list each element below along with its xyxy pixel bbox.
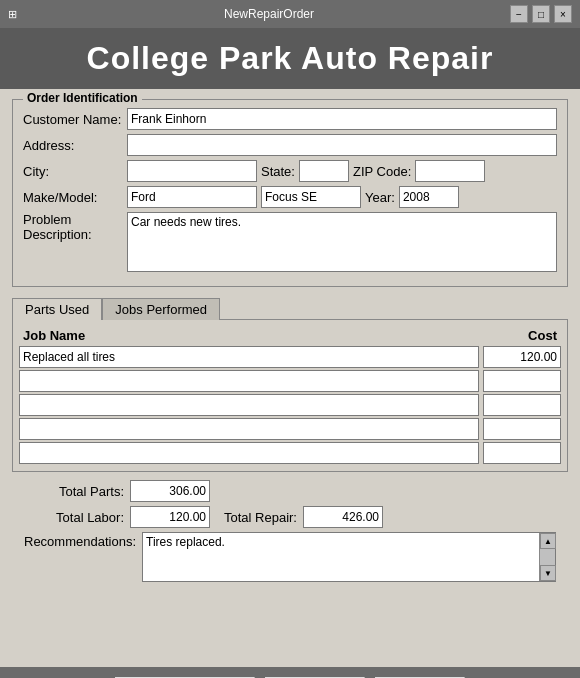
recommendations-input[interactable]: Tires replaced. [143, 533, 539, 581]
recommendations-wrapper: Tires replaced. ▲ ▼ [142, 532, 556, 582]
table-row [19, 369, 561, 393]
table-row [19, 345, 561, 369]
close-button[interactable]: × [554, 5, 572, 23]
zip-label: ZIP Code: [353, 164, 411, 179]
address-input[interactable] [127, 134, 557, 156]
window-icon: ⊞ [8, 8, 28, 21]
state-input[interactable] [299, 160, 349, 182]
make-model-year-row: Make/Model: Year: [23, 186, 557, 208]
scroll-up-button[interactable]: ▲ [540, 533, 556, 549]
total-parts-input[interactable] [130, 480, 210, 502]
make-input[interactable] [127, 186, 257, 208]
problem-row: Problem Description: Car needs new tires… [23, 212, 557, 272]
col-cost: Cost [479, 326, 561, 345]
problem-label: Problem Description: [23, 212, 123, 242]
job-cost-input[interactable] [483, 394, 561, 416]
tab-content: Job Name Cost [12, 319, 568, 472]
maximize-button[interactable]: □ [532, 5, 550, 23]
table-row [19, 417, 561, 441]
job-name-input[interactable] [19, 418, 479, 440]
app-title: College Park Auto Repair [87, 40, 494, 76]
job-cost-input[interactable] [483, 418, 561, 440]
rec-scrollbar: ▲ ▼ [539, 533, 555, 581]
app-header: College Park Auto Repair [0, 28, 580, 89]
job-cost-input[interactable] [483, 442, 561, 464]
total-labor-input[interactable] [130, 506, 210, 528]
totals-section: Total Parts: Total Labor: Total Repair: … [12, 480, 568, 582]
make-model-label: Make/Model: [23, 190, 123, 205]
year-label: Year: [365, 190, 395, 205]
tab-container: Parts Used Jobs Performed Job Name Cost [12, 297, 568, 472]
table-row [19, 393, 561, 417]
state-label: State: [261, 164, 295, 179]
jobs-table: Job Name Cost [19, 326, 561, 465]
title-bar: ⊞ NewRepairOrder − □ × [0, 0, 580, 28]
city-state-zip-row: City: State: ZIP Code: [23, 160, 557, 182]
group-title: Order Identification [23, 91, 142, 105]
total-repair-label: Total Repair: [224, 510, 297, 525]
tab-parts-used[interactable]: Parts Used [12, 298, 102, 320]
col-job-name: Job Name [19, 326, 479, 345]
problem-input[interactable]: Car needs new tires. [127, 212, 557, 272]
job-cost-input[interactable] [483, 346, 561, 368]
address-label: Address: [23, 138, 123, 153]
recommendations-row: Recommendations: Tires replaced. ▲ ▼ [24, 532, 556, 582]
model-input[interactable] [261, 186, 361, 208]
total-parts-label: Total Parts: [24, 484, 124, 499]
main-content: Order Identification Customer Name: Addr… [0, 89, 580, 667]
job-name-input[interactable] [19, 442, 479, 464]
window-title: NewRepairOrder [28, 7, 510, 21]
address-row: Address: [23, 134, 557, 156]
total-labor-label: Total Labor: [24, 510, 124, 525]
job-name-input[interactable] [19, 394, 479, 416]
zip-input[interactable] [415, 160, 485, 182]
tab-bar: Parts Used Jobs Performed [12, 297, 568, 319]
table-row [19, 441, 561, 465]
city-label: City: [23, 164, 123, 179]
total-parts-row: Total Parts: [24, 480, 556, 502]
bottom-bar: Save Repair Order Reset Form Close [0, 667, 580, 678]
customer-name-label: Customer Name: [23, 112, 123, 127]
year-input[interactable] [399, 186, 459, 208]
total-repair-input[interactable] [303, 506, 383, 528]
customer-name-input[interactable] [127, 108, 557, 130]
scroll-down-button[interactable]: ▼ [540, 565, 556, 581]
order-identification-group: Order Identification Customer Name: Addr… [12, 99, 568, 287]
window-controls: − □ × [510, 5, 572, 23]
job-name-input[interactable] [19, 370, 479, 392]
customer-name-row: Customer Name: [23, 108, 557, 130]
tab-jobs-performed[interactable]: Jobs Performed [102, 298, 220, 320]
job-name-input[interactable] [19, 346, 479, 368]
minimize-button[interactable]: − [510, 5, 528, 23]
recommendations-label: Recommendations: [24, 532, 136, 549]
total-labor-row: Total Labor: Total Repair: [24, 506, 556, 528]
job-cost-input[interactable] [483, 370, 561, 392]
city-input[interactable] [127, 160, 257, 182]
